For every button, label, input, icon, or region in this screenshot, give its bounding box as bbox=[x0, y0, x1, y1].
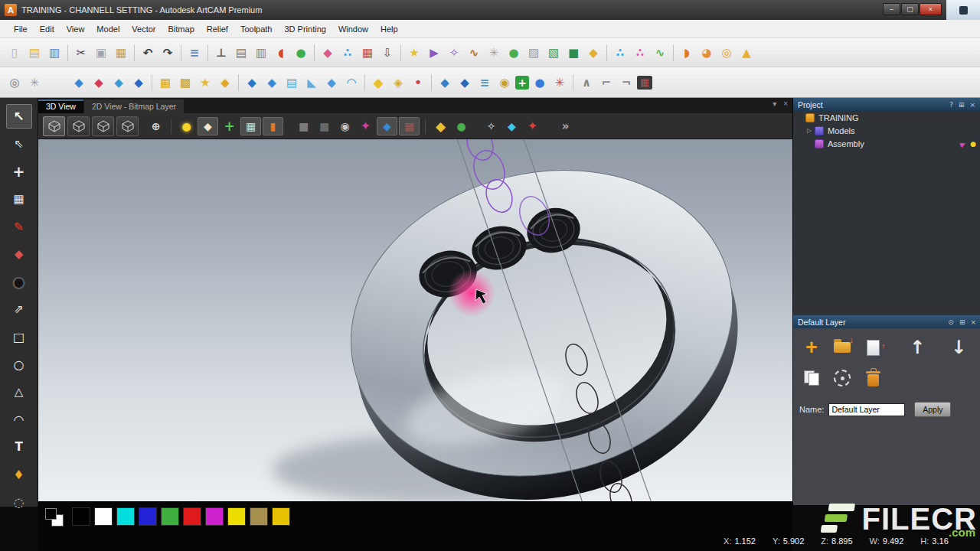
panel-close-icon[interactable]: × bbox=[783, 100, 788, 108]
relief-back-icon[interactable]: ◆ bbox=[436, 73, 454, 92]
close-button[interactable]: × bbox=[920, 3, 942, 15]
relief-offset-icon[interactable]: ◆ bbox=[243, 73, 261, 92]
iso-view-button[interactable] bbox=[43, 116, 65, 136]
relief-front-icon[interactable]: ◆ bbox=[456, 73, 474, 92]
front-view-button[interactable] bbox=[67, 116, 90, 136]
puzzle-button[interactable]: ▦ bbox=[240, 117, 261, 135]
visibility-icon[interactable]: ⊙ bbox=[948, 318, 954, 326]
eraser-icon[interactable]: ◆ bbox=[318, 44, 337, 62]
paste-icon[interactable]: ▦ bbox=[112, 44, 130, 62]
swatch-black[interactable] bbox=[72, 507, 90, 526]
swatch-gold[interactable] bbox=[272, 507, 290, 526]
bitmap-grid-icon[interactable]: ▦ bbox=[358, 44, 377, 62]
preview-grid-icon[interactable]: ▦ bbox=[637, 76, 652, 90]
primary-secondary-swatch[interactable] bbox=[44, 507, 64, 527]
tab-3d-view[interactable]: 3D View bbox=[38, 99, 83, 113]
menu-item[interactable]: Window bbox=[332, 22, 374, 36]
gold-relief-icon[interactable]: ◆ bbox=[369, 73, 387, 92]
text-tool[interactable]: T bbox=[6, 435, 32, 459]
pin-icon[interactable]: ⊞ bbox=[959, 101, 965, 109]
marquee-select-button[interactable] bbox=[830, 367, 854, 390]
circle-tool[interactable]: ○ bbox=[6, 352, 32, 377]
menu-item[interactable]: Relief bbox=[201, 22, 234, 36]
visibility-bulb-icon[interactable]: ● bbox=[970, 140, 976, 148]
new-file-icon[interactable]: ▯ bbox=[5, 44, 24, 62]
pattern-icon[interactable]: ✳ bbox=[25, 73, 44, 92]
block-array-tool[interactable]: ▦ bbox=[6, 187, 32, 211]
3d-viewport[interactable] bbox=[38, 139, 792, 501]
relief-add-icon[interactable]: ◆ bbox=[109, 73, 128, 92]
zoom-in-button[interactable]: ⊕ bbox=[146, 118, 165, 135]
swatch-magenta[interactable] bbox=[205, 507, 224, 526]
lights-icon[interactable]: ● bbox=[292, 44, 310, 62]
close-icon[interactable]: × bbox=[969, 101, 975, 109]
corner2-icon[interactable]: ¬ bbox=[617, 73, 635, 92]
fan-icon[interactable]: ◕ bbox=[697, 44, 716, 62]
sphere-blue-icon[interactable]: ● bbox=[531, 73, 549, 92]
erase-tool[interactable]: ◆ bbox=[6, 242, 32, 266]
axes-button[interactable]: + bbox=[220, 118, 239, 135]
points-pink-icon[interactable]: ∴ bbox=[631, 44, 649, 62]
cube-icon[interactable]: ■ bbox=[564, 44, 583, 62]
arc-tool[interactable]: ◠ bbox=[6, 407, 32, 432]
notes-icon[interactable]: ≡ bbox=[185, 44, 204, 62]
caliper-icon[interactable]: ∧ bbox=[577, 73, 596, 92]
measure-icon[interactable]: ⊥ bbox=[212, 44, 230, 62]
wand-icon[interactable]: ✧ bbox=[445, 44, 463, 62]
gold-diamond-button[interactable]: ◆ bbox=[431, 118, 450, 135]
favorites-icon[interactable]: ★ bbox=[405, 44, 423, 62]
stack-icon[interactable]: ≡ bbox=[475, 73, 494, 92]
spin-icon[interactable]: ◉ bbox=[495, 73, 514, 92]
dart-icon[interactable]: ▶ bbox=[425, 44, 443, 62]
points-blue-icon[interactable]: ∴ bbox=[611, 44, 629, 62]
tree-expander-icon[interactable]: ▷ bbox=[807, 127, 815, 134]
dome-icon[interactable]: ◠ bbox=[342, 73, 361, 92]
relief-smooth2-icon[interactable]: ◆ bbox=[322, 73, 341, 92]
undo-icon[interactable]: ↶ bbox=[139, 44, 157, 62]
light-bulb-button[interactable]: ● bbox=[177, 118, 196, 135]
menu-item[interactable]: Vector bbox=[126, 22, 162, 36]
rectangle-tool[interactable]: □ bbox=[6, 324, 32, 349]
tree-item-assembly[interactable]: Assembly bbox=[793, 137, 980, 150]
menu-item[interactable]: Toolpath bbox=[234, 22, 279, 36]
blend-icon[interactable]: ◗ bbox=[678, 44, 696, 62]
top-view-button[interactable] bbox=[116, 116, 139, 136]
move-layer-up-button[interactable]: ↑ bbox=[905, 336, 929, 359]
zoom-star-button[interactable]: ✧ bbox=[482, 118, 501, 135]
material-slider-icon[interactable]: ▤ bbox=[232, 44, 250, 62]
tree-item-training[interactable]: TRAINING bbox=[793, 111, 980, 124]
texture-honeycomb-icon[interactable]: ▦ bbox=[156, 73, 175, 92]
swatch-red[interactable] bbox=[183, 507, 201, 526]
swatch-cyan[interactable] bbox=[116, 507, 135, 526]
apply-button[interactable]: Apply bbox=[914, 402, 951, 417]
menu-item[interactable]: Bitmap bbox=[162, 22, 201, 36]
minimize-button[interactable]: – bbox=[883, 3, 900, 15]
maximize-button[interactable]: ▢ bbox=[901, 3, 919, 15]
combine-button[interactable]: ◉ bbox=[335, 118, 354, 135]
material-button[interactable]: ◆ bbox=[198, 117, 218, 135]
close-icon[interactable]: × bbox=[970, 318, 976, 326]
open-folder-icon[interactable]: ▤ bbox=[25, 44, 44, 62]
cut-icon[interactable]: ✂ bbox=[72, 44, 90, 62]
cube-disabled-icon[interactable]: ■ bbox=[294, 118, 313, 135]
arrows-color-button[interactable]: ✦ bbox=[523, 118, 542, 135]
relief-merge-icon[interactable]: ◆ bbox=[129, 73, 148, 92]
web-red-icon[interactable]: ✳ bbox=[550, 73, 569, 92]
menu-item[interactable]: 3D Printing bbox=[278, 22, 332, 36]
tree-item-models[interactable]: ▷ Models bbox=[793, 124, 980, 137]
save-layer-button[interactable] bbox=[861, 336, 885, 359]
menu-item[interactable]: View bbox=[60, 22, 91, 36]
transform-tool[interactable]: + bbox=[6, 159, 32, 184]
gold-facet-icon[interactable]: ◈ bbox=[389, 73, 407, 92]
texture-diamond-icon[interactable]: ◆ bbox=[216, 73, 234, 92]
relief-scale-icon[interactable]: ◆ bbox=[263, 73, 281, 92]
import-icon[interactable]: ⇩ bbox=[378, 44, 397, 62]
select-tool[interactable]: ↖ bbox=[6, 104, 32, 129]
dropper-tool[interactable]: ● bbox=[6, 269, 32, 294]
add-layer-button[interactable]: + bbox=[799, 336, 824, 359]
add-relief-icon[interactable]: + bbox=[515, 76, 529, 90]
gold-diamond-icon[interactable]: ◆ bbox=[584, 44, 603, 62]
material-slider2-icon[interactable]: ▥ bbox=[252, 44, 270, 62]
smudge-tool[interactable]: ◌ bbox=[6, 490, 32, 514]
menu-item[interactable]: Model bbox=[90, 22, 126, 36]
